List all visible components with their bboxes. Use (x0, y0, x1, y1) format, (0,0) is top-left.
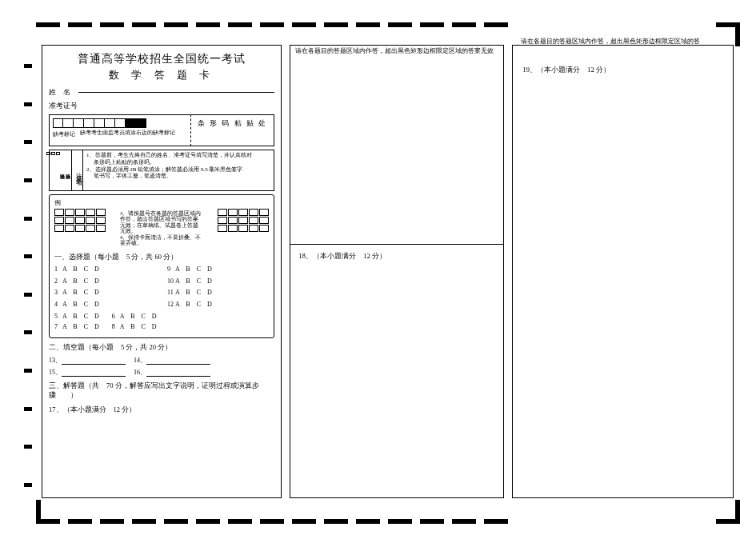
q16-label: 16、 (134, 369, 146, 376)
mc-qnum: 12 (167, 300, 175, 310)
mc-options[interactable]: A B C D (120, 313, 157, 320)
mc-options[interactable]: A B C D (62, 266, 99, 273)
answer-sheet-panel-3: 请在各题目的答题区域内作答，超出黑色矩形边框限定区域的答 19、（本小题满分 1… (512, 45, 734, 498)
notice-heading: 注意事项 (72, 150, 83, 190)
mc-options[interactable]: A B C D (62, 289, 99, 296)
mc-options[interactable]: A B C D (120, 323, 157, 330)
mc-options[interactable]: A B C D (175, 277, 212, 285)
notice-line: 3、请按题号在各题的答题区域内作答，超出答题区域书写的答案无效；在草稿纸、试题卷… (120, 210, 203, 234)
notice-text: 1、答题前，考生先将自己的姓名、准考证号填写清楚，并认真核对 条形码上粘贴的条形… (83, 150, 274, 190)
notice-line: 条形码上粘贴的条形码。 (86, 159, 270, 166)
q15-label: 15、 (49, 369, 62, 376)
mc-options[interactable]: A B C D (62, 323, 99, 330)
section-2-title: 二、填空题（每小题 5 分，共 20 分） (49, 343, 274, 353)
ticket-barcode-block: 缺考标记 缺考考生由监考员填涂右边的缺考标记 条 形 码 粘 贴 处 (49, 114, 274, 146)
notice-line: 1、答题前，考生先将自己的姓名、准考证号填写清楚，并认真核对 (86, 152, 270, 159)
q13-blank[interactable] (62, 357, 126, 365)
answer-sheet-panel-2: 请在各题目的答题区域内作答，超出黑色矩形边框限定区域的答案无效 18、（本小题满… (290, 45, 504, 498)
mc-qnum: 10 (167, 277, 175, 287)
mc-qnum: 4 (54, 300, 62, 310)
mc-options[interactable]: A B C D (62, 301, 99, 308)
mc-qnum: 6 (112, 312, 120, 322)
side-timing-marks (24, 64, 32, 487)
panel2-top-note: 请在各题目的答题区域内作答，超出黑色矩形边框限定区域的答案无效 (290, 46, 503, 54)
name-input-line[interactable] (78, 92, 274, 93)
notice-line: 4、保持卡面清洁，不要折叠、不要弄破。 (120, 234, 203, 246)
notice-line: 笔书写，字体工整，笔迹清楚。 (86, 173, 270, 180)
q14-label: 14、 (134, 357, 146, 364)
notice-line: 2、选择题必须用 2B 铅笔填涂；解答题必须用 0.5 毫米黑色签字 (86, 166, 270, 174)
exam-title: 普通高等学校招生全国统一考试 (49, 52, 274, 66)
mc-qnum: 11 (167, 288, 175, 298)
mc-options[interactable]: A B C D (62, 277, 99, 285)
example-label: 例 (54, 198, 61, 207)
ticket-label: 准考证号 (49, 101, 274, 111)
mc-options[interactable]: A B C D (175, 301, 212, 308)
absent-label: 缺考标记 (53, 130, 75, 138)
registration-dash-top (36, 22, 508, 27)
q17-label: 17、（本小题满分 12 分） (49, 405, 274, 415)
name-row: 姓 名 (49, 87, 274, 98)
q15-blank[interactable] (62, 369, 126, 377)
mc-qnum: 1 (54, 265, 62, 275)
ticket-number-boxes[interactable] (53, 118, 187, 128)
absent-note: 缺考考生由监考员填涂右边的缺考标记 (80, 130, 175, 137)
mc-options[interactable]: A B C D (175, 289, 212, 296)
mc-qnum: 5 (54, 312, 62, 322)
mc-qnum: 2 (54, 277, 62, 287)
example-rules: 3、请按题号在各题的答题区域内作答，超出答题区域书写的答案无效；在草稿纸、试题卷… (120, 210, 203, 246)
q19-label: 19、（本小题满分 12 分） (522, 65, 723, 75)
fill-wrong-label: 错误填涂 (60, 152, 66, 189)
multiple-choice-area[interactable]: 1A B C D 9A B C D 2A B C D 10A B C D 3A … (54, 265, 269, 333)
mc-qnum: 3 (54, 288, 62, 298)
example-block: 例 3、请按题号在各题的答题区域内作答，超出答题区域书写的答案无效；在草稿纸、试… (49, 194, 274, 338)
barcode-paste-area: 条 形 码 粘 贴 处 (190, 114, 274, 146)
section-3-title: 三、解答题（共 70 分，解答应写出文字说明，证明过程或演算步骤 ） (49, 381, 274, 401)
sheet-subtitle: 数 学 答 题 卡 (49, 68, 274, 82)
q13-label: 13、 (49, 357, 62, 364)
fill-sample-wrong-icon (46, 152, 60, 189)
corner-mark-bottom-right (716, 500, 740, 524)
mc-qnum: 7 (54, 322, 62, 333)
example-bubble-grid-left (54, 209, 106, 232)
q14-blank[interactable] (146, 357, 210, 365)
example-bubble-grid-right (218, 209, 269, 232)
mc-options[interactable]: A B C D (62, 313, 99, 320)
mc-options[interactable]: A B C D (175, 266, 212, 273)
notice-block: 正确填涂 错误填涂 注意事项 1、答题前，考生先将自己的姓名、准考证号填写清楚，… (49, 150, 274, 191)
registration-dash-bottom (36, 519, 508, 524)
panel3-top-note: 请在各题目的答题区域内作答，超出黑色矩形边框限定区域的答 (516, 36, 730, 45)
name-label: 姓 名 (49, 87, 70, 98)
q18-label: 18、（本小题满分 12 分） (298, 251, 495, 262)
fill-correct-label: 正确填涂 (65, 152, 70, 189)
mc-qnum: 9 (167, 265, 175, 275)
section-1-title: 一、选择题（每小题 5 分，共 60 分） (54, 253, 269, 262)
mc-qnum: 8 (112, 322, 120, 333)
answer-sheet-panel-1: 普通高等学校招生全国统一考试 数 学 答 题 卡 姓 名 准考证号 缺考标记 缺… (42, 45, 282, 498)
q16-blank[interactable] (146, 369, 210, 377)
